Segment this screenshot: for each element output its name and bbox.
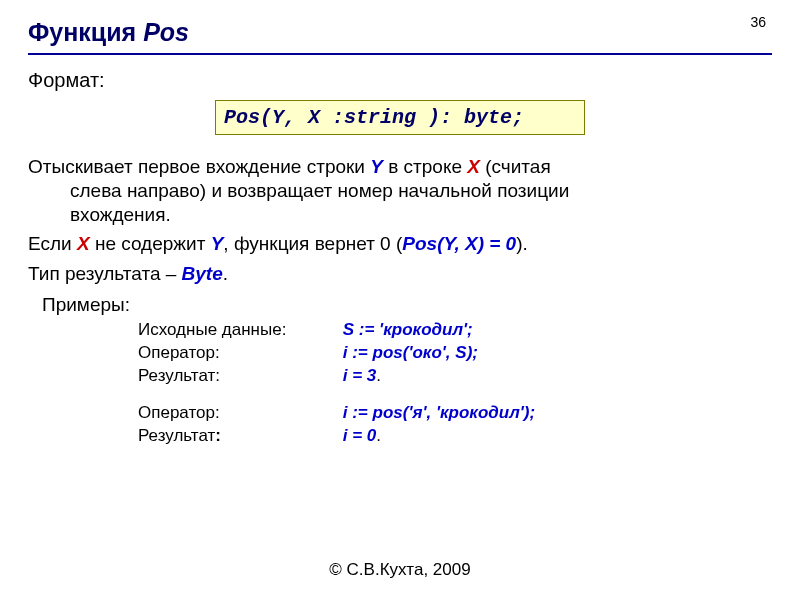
desc-1c: (считая	[480, 156, 551, 177]
ex-value: i := pos('я', 'крокодил');	[343, 403, 535, 423]
examples-label: Примеры:	[42, 294, 772, 316]
code-signature: Pos(Y, X :string ): byte;	[224, 106, 524, 129]
footer-copyright: © С.В.Кухта, 2009	[0, 560, 800, 580]
desc-indent2: вхождения.	[28, 203, 772, 227]
desc-X: X	[467, 156, 480, 177]
ex-label: Оператор:	[138, 403, 338, 423]
title-plain: Функция	[28, 18, 143, 46]
cond-X: X	[77, 233, 90, 254]
ex-label: Оператор:	[138, 343, 338, 363]
title-underline	[28, 53, 772, 55]
example-row: Оператор: i := pos('око', S);	[138, 343, 772, 363]
ex-value: i = 3.	[343, 366, 381, 386]
slide-title: Функция Pos	[28, 18, 772, 47]
format-label: Формат:	[28, 69, 772, 92]
example-row: Результат: i = 3.	[138, 366, 772, 386]
title-emph: Pos	[143, 18, 189, 46]
desc-1a: Отыскивает первое вхождение строки	[28, 156, 370, 177]
type-a: Тип результата –	[28, 263, 182, 284]
cond-Y: Y	[211, 233, 224, 254]
example-row: Результат: i = 0.	[138, 426, 772, 446]
ex-label: Исходные данные:	[138, 320, 338, 340]
page-number: 36	[750, 14, 766, 30]
ex-label: Результат:	[138, 426, 338, 446]
desc-1b: в строке	[383, 156, 467, 177]
cond-pos: Pos(Y, X) = 0	[402, 233, 516, 254]
desc-indent1: слева направо) и возвращает номер началь…	[28, 179, 772, 203]
cond-a: Если	[28, 233, 77, 254]
ex-value: i = 0.	[343, 426, 381, 446]
ex-label: Результат:	[138, 366, 338, 386]
condition-line: Если X не содержит Y, функция вернет 0 (…	[28, 232, 772, 256]
cond-b: не содержит	[90, 233, 211, 254]
type-dot: .	[223, 263, 228, 284]
type-byte: Byte	[182, 263, 223, 284]
type-line: Тип результата – Byte.	[28, 262, 772, 286]
examples-table: Исходные данные: S := 'крокодил'; Операт…	[138, 320, 772, 446]
example-row: Оператор: i := pos('я', 'крокодил');	[138, 403, 772, 423]
desc-Y: Y	[370, 156, 383, 177]
example-row: Исходные данные: S := 'крокодил';	[138, 320, 772, 340]
cond-c: , функция вернет 0 (	[223, 233, 402, 254]
cond-d: ).	[516, 233, 528, 254]
ex-value: S := 'крокодил';	[343, 320, 473, 340]
code-signature-box: Pos(Y, X :string ): byte;	[215, 100, 585, 135]
ex-value: i := pos('око', S);	[343, 343, 478, 363]
description-paragraph: Отыскивает первое вхождение строки Y в с…	[28, 155, 772, 226]
